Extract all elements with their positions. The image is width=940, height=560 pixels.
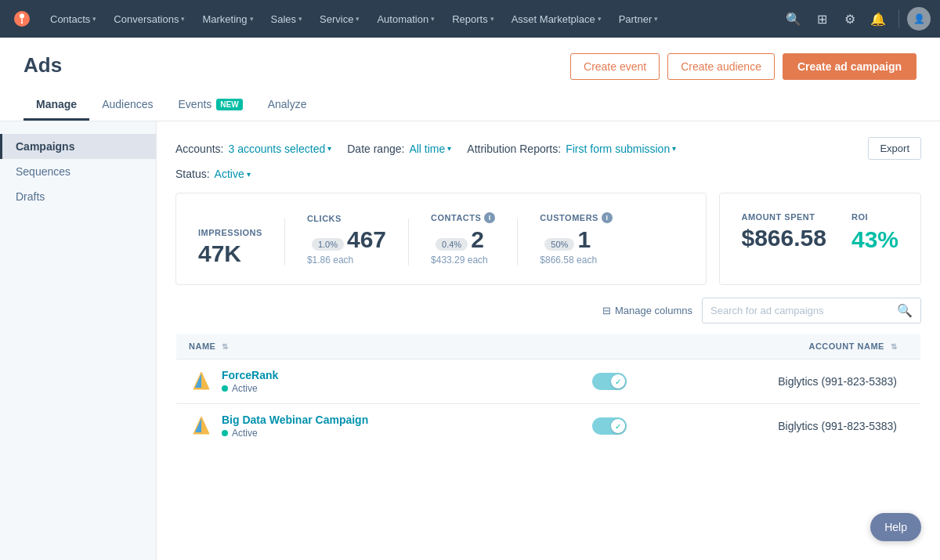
accounts-filter: Accounts: 3 accounts selected ▾ bbox=[175, 143, 331, 155]
sidebar-item-drafts[interactable]: Drafts bbox=[0, 184, 156, 209]
stats-card-left: IMPRESSIONS 47K CLICKS 1.0% 467 $1.86 ea… bbox=[175, 193, 707, 285]
main-body: Campaigns Sequences Drafts Accounts: 3 a… bbox=[0, 121, 940, 560]
stats-container: IMPRESSIONS 47K CLICKS 1.0% 467 $1.86 ea… bbox=[175, 193, 921, 285]
column-name: NAME ⇅ bbox=[176, 334, 639, 359]
accounts-filter-button[interactable]: 3 accounts selected ▾ bbox=[228, 143, 331, 155]
stat-roi: ROI 43% bbox=[851, 212, 898, 253]
status-button[interactable]: Active ▾ bbox=[215, 168, 251, 180]
search-input[interactable] bbox=[703, 299, 889, 322]
status-dot bbox=[222, 430, 228, 436]
help-button[interactable]: Help bbox=[870, 513, 921, 541]
nav-marketing[interactable]: Marketing ▾ bbox=[194, 9, 261, 30]
marketplace-icon[interactable]: ⊞ bbox=[809, 6, 834, 31]
sort-icon[interactable]: ⇅ bbox=[891, 342, 898, 351]
sidebar-item-sequences[interactable]: Sequences bbox=[0, 159, 156, 184]
nav-service[interactable]: Service ▾ bbox=[312, 9, 367, 30]
tab-analyze[interactable]: Analyze bbox=[255, 90, 320, 121]
chevron-down-icon: ▾ bbox=[356, 15, 360, 23]
impressions-label: IMPRESSIONS bbox=[198, 228, 262, 237]
chevron-down-icon: ▾ bbox=[327, 144, 331, 153]
impressions-value: 47K bbox=[198, 242, 262, 266]
clicks-label: CLICKS bbox=[307, 214, 386, 223]
nav-icons: 🔍 ⊞ ⚙ 🔔 👤 bbox=[781, 6, 931, 31]
nav-conversations[interactable]: Conversations ▾ bbox=[106, 9, 193, 30]
campaigns-table: NAME ⇅ ACCOUNT NAME ⇅ bbox=[175, 333, 921, 449]
clicks-value: 467 bbox=[347, 228, 386, 251]
content-area: Accounts: 3 accounts selected ▾ Date ran… bbox=[157, 121, 940, 560]
settings-icon[interactable]: ⚙ bbox=[837, 6, 862, 31]
chevron-down-icon: ▾ bbox=[250, 15, 254, 23]
chevron-down-icon: ▾ bbox=[92, 15, 96, 23]
columns-icon: ⊟ bbox=[602, 305, 611, 316]
account-name-cell: Biglytics (991-823-5383) bbox=[639, 359, 921, 404]
toggle-switch[interactable]: ✓ bbox=[592, 417, 627, 435]
stat-impressions: IMPRESSIONS 47K bbox=[198, 228, 262, 266]
contacts-value: 2 bbox=[471, 228, 484, 251]
chevron-down-icon: ▾ bbox=[490, 15, 494, 23]
date-range-button[interactable]: All time ▾ bbox=[409, 143, 451, 155]
clicks-sub: $1.86 each bbox=[307, 255, 386, 266]
nav-reports[interactable]: Reports ▾ bbox=[444, 9, 502, 30]
search-button[interactable]: 🔍 bbox=[889, 298, 920, 323]
svg-point-1 bbox=[21, 22, 23, 23]
roi-label: ROI bbox=[851, 212, 898, 222]
table-header-row: NAME ⇅ ACCOUNT NAME ⇅ bbox=[176, 334, 921, 359]
nav-partner[interactable]: Partner ▾ bbox=[611, 9, 667, 30]
export-button[interactable]: Export bbox=[868, 137, 921, 160]
stat-customers: CUSTOMERS i 50% 1 $866.58 each bbox=[540, 212, 613, 266]
contacts-sub: $433.29 each bbox=[431, 255, 495, 266]
notifications-icon[interactable]: 🔔 bbox=[866, 6, 891, 31]
chevron-down-icon: ▾ bbox=[672, 144, 676, 153]
customers-rate: 50% bbox=[544, 238, 574, 251]
roi-value: 43% bbox=[851, 226, 898, 253]
page-tabs: Manage Audiences Events NEW Analyze bbox=[24, 90, 319, 121]
search-box: 🔍 bbox=[702, 298, 921, 323]
stats-row: IMPRESSIONS 47K CLICKS 1.0% 467 $1.86 ea… bbox=[198, 212, 684, 266]
stat-amount-spent: AMOUNT SPENT $866.58 bbox=[742, 212, 826, 253]
table-body: ForceRank Active ✓ bbox=[176, 359, 921, 449]
create-audience-button[interactable]: Create audience bbox=[667, 53, 775, 80]
stat-clicks: CLICKS 1.0% 467 $1.86 each bbox=[307, 214, 386, 266]
campaign-name-link[interactable]: ForceRank bbox=[222, 369, 278, 381]
nav-contacts[interactable]: Contacts ▾ bbox=[42, 9, 104, 30]
amount-spent-label: AMOUNT SPENT bbox=[742, 212, 826, 222]
campaign-name-link[interactable]: Big Data Webinar Campaign bbox=[222, 414, 368, 426]
customers-label: CUSTOMERS i bbox=[540, 212, 613, 223]
toggle-knob: ✓ bbox=[611, 419, 625, 433]
info-icon[interactable]: i bbox=[602, 212, 613, 223]
clicks-rate: 1.0% bbox=[312, 238, 344, 251]
create-event-button[interactable]: Create event bbox=[570, 53, 660, 80]
page-title: Ads bbox=[24, 53, 319, 78]
status-label: Status: bbox=[175, 168, 210, 180]
tab-manage[interactable]: Manage bbox=[24, 90, 89, 121]
chevron-down-icon: ▾ bbox=[247, 170, 251, 179]
nav-asset-marketplace[interactable]: Asset Marketplace ▾ bbox=[504, 9, 609, 30]
chevron-down-icon: ▾ bbox=[181, 15, 185, 23]
toggle-switch[interactable]: ✓ bbox=[592, 373, 627, 390]
hubspot-logo[interactable] bbox=[9, 6, 34, 31]
stat-divider bbox=[517, 219, 518, 266]
tab-events[interactable]: Events NEW bbox=[166, 90, 255, 121]
attribution-label: Attribution Reports: bbox=[467, 143, 561, 155]
table-header: NAME ⇅ ACCOUNT NAME ⇅ bbox=[176, 334, 921, 359]
campaign-icon bbox=[189, 414, 214, 439]
attribution-button[interactable]: First form submission ▾ bbox=[566, 143, 676, 155]
status-filter-row: Status: Active ▾ bbox=[175, 168, 921, 180]
toggle-knob: ✓ bbox=[611, 374, 625, 388]
amount-spent-value: $866.58 bbox=[742, 226, 826, 250]
stat-right-row: AMOUNT SPENT $866.58 ROI 43% bbox=[742, 212, 899, 253]
tab-audiences[interactable]: Audiences bbox=[89, 90, 165, 121]
create-campaign-button[interactable]: Create ad campaign bbox=[783, 53, 916, 80]
chevron-down-icon: ▾ bbox=[431, 15, 435, 23]
chevron-down-icon: ▾ bbox=[654, 15, 658, 23]
nav-sales[interactable]: Sales ▾ bbox=[263, 9, 311, 30]
avatar[interactable]: 👤 bbox=[907, 7, 931, 31]
manage-columns-button[interactable]: ⊟ Manage columns bbox=[602, 305, 692, 316]
search-icon[interactable]: 🔍 bbox=[781, 6, 806, 31]
table-toolbar: ⊟ Manage columns 🔍 bbox=[175, 298, 921, 323]
status-filter: Status: Active ▾ bbox=[175, 168, 251, 180]
sidebar-item-campaigns[interactable]: Campaigns bbox=[0, 134, 156, 159]
sort-icon[interactable]: ⇅ bbox=[222, 342, 229, 351]
nav-automation[interactable]: Automation ▾ bbox=[369, 9, 443, 30]
info-icon[interactable]: i bbox=[484, 212, 495, 223]
